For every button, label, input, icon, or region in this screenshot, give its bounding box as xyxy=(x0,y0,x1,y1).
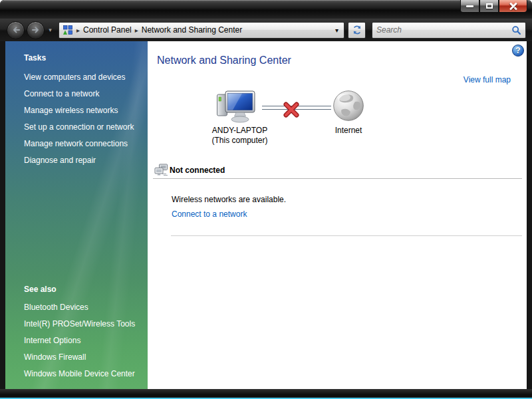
search-box xyxy=(372,22,526,39)
close-button[interactable] xyxy=(499,0,527,13)
see-also-section: See also Bluetooth Devices Intel(R) PROS… xyxy=(24,285,144,382)
sidebar-item-mobile-device-center[interactable]: Windows Mobile Device Center xyxy=(24,366,144,382)
sidebar-item-intel-proset[interactable]: Intel(R) PROSet/Wireless Tools xyxy=(24,316,144,332)
history-dropdown-button[interactable]: ▾ xyxy=(47,27,54,33)
sidebar-item-diagnose-repair[interactable]: Diagnose and repair xyxy=(24,152,144,169)
breadcrumb-separator-icon: ▸ xyxy=(135,27,138,34)
maximize-icon xyxy=(486,3,493,9)
see-also-header: See also xyxy=(24,285,144,294)
maximize-button[interactable] xyxy=(479,0,499,13)
breadcrumb-item-control-panel[interactable]: Control Panel xyxy=(83,25,132,35)
titlebar[interactable] xyxy=(0,0,532,19)
sidebar-item-windows-firewall[interactable]: Windows Firewall xyxy=(24,349,144,366)
forward-button[interactable] xyxy=(27,21,45,39)
tasks-header: Tasks xyxy=(24,53,144,63)
computer-name-label: ANDY-LAPTOP xyxy=(185,126,295,135)
breadcrumb-dropdown-icon[interactable]: ▾ xyxy=(333,27,340,34)
sidebar-spacer xyxy=(24,169,144,285)
sidebar-item-manage-connections[interactable]: Manage network connections xyxy=(24,136,144,152)
connect-to-network-link[interactable]: Connect to a network xyxy=(172,209,247,219)
breadcrumb-item-network-sharing-center[interactable]: Network and Sharing Center xyxy=(142,25,242,35)
sidebar-item-connect-network[interactable]: Connect to a network xyxy=(24,86,144,102)
window-body: Tasks View computers and devices Connect… xyxy=(5,41,527,389)
sidebar-item-bluetooth[interactable]: Bluetooth Devices xyxy=(24,299,144,316)
window-bottom-frame xyxy=(0,389,532,399)
breadcrumb-separator-icon: ▸ xyxy=(76,27,80,34)
internet-globe-icon[interactable] xyxy=(332,90,364,122)
window-controls xyxy=(460,0,527,13)
network-status-icon xyxy=(154,164,168,176)
status-message: Wireless networks are available. xyxy=(172,195,286,204)
minimize-button[interactable] xyxy=(460,0,479,13)
computer-sub-label: (This computer) xyxy=(185,136,295,145)
navigation-bar: ▾ ▸ Control Panel ▸ Network and Sharing … xyxy=(0,19,532,41)
view-full-map-link[interactable]: View full map xyxy=(464,75,511,84)
minimize-icon xyxy=(466,5,473,7)
sidebar: Tasks View computers and devices Connect… xyxy=(5,41,148,389)
refresh-icon xyxy=(352,25,362,35)
internet-label: Internet xyxy=(317,126,380,135)
app-window: ▾ ▸ Control Panel ▸ Network and Sharing … xyxy=(0,0,532,399)
sidebar-item-setup-connection[interactable]: Set up a connection or network xyxy=(24,119,144,136)
search-icon[interactable] xyxy=(511,25,521,35)
back-arrow-icon xyxy=(11,25,21,35)
sidebar-item-manage-wireless[interactable]: Manage wireless networks xyxy=(24,102,144,119)
sidebar-item-view-computers[interactable]: View computers and devices xyxy=(24,69,144,86)
breadcrumb[interactable]: ▸ Control Panel ▸ Network and Sharing Ce… xyxy=(59,22,344,39)
section-divider xyxy=(171,235,522,236)
status-heading: Not connected xyxy=(170,166,225,175)
status-divider xyxy=(153,178,522,179)
search-input[interactable] xyxy=(376,25,511,35)
computer-icon[interactable] xyxy=(216,90,257,125)
help-button[interactable]: ? xyxy=(512,45,524,57)
close-icon xyxy=(509,2,517,10)
control-panel-icon xyxy=(63,25,73,35)
forward-arrow-icon xyxy=(31,25,41,35)
back-button[interactable] xyxy=(7,21,25,39)
page-title: Network and Sharing Center xyxy=(157,55,291,66)
disconnected-x-icon[interactable] xyxy=(283,101,300,118)
main-content: ? Network and Sharing Center View full m… xyxy=(148,41,527,389)
refresh-button[interactable] xyxy=(348,22,366,39)
sidebar-item-internet-options[interactable]: Internet Options xyxy=(24,332,144,349)
